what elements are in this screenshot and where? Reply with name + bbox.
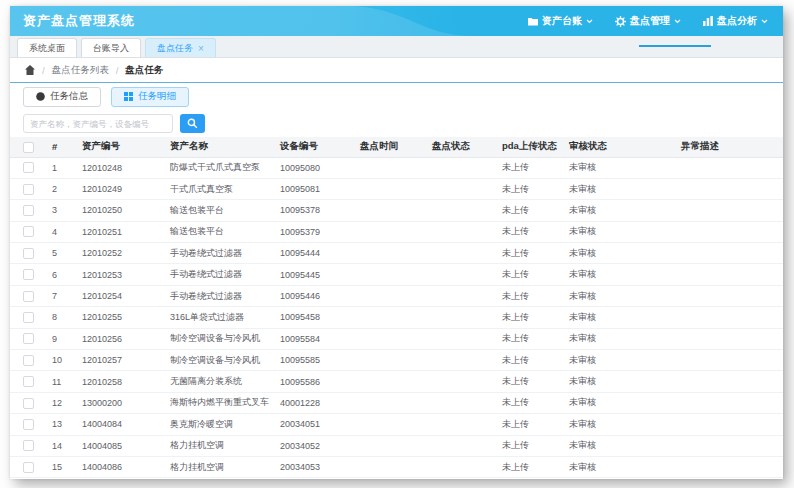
cell-device_no: 10095444	[274, 243, 354, 264]
row-checkbox[interactable]	[23, 184, 34, 195]
row-checkbox[interactable]	[23, 269, 34, 280]
table-row: 912010256制冷空调设备与冷风机10095584未上传未审核	[10, 328, 783, 349]
select-all-checkbox[interactable]	[23, 142, 34, 153]
cell-asset_no: 12010252	[76, 243, 164, 264]
col-exception-desc: 异常描述	[675, 137, 783, 157]
row-checkbox[interactable]	[23, 162, 34, 173]
search-button[interactable]	[180, 114, 205, 133]
cell-time	[354, 243, 426, 264]
table-row: 1213000200海斯特内燃平衡重式叉车40001228未上传未审核	[10, 392, 783, 413]
close-icon[interactable]: ×	[198, 44, 204, 53]
tab-label: 盘点任务	[157, 42, 193, 55]
table-row: 112010248防爆式干式爪式真空泵10095080未上传未审核	[10, 157, 783, 178]
row-checkbox[interactable]	[23, 312, 34, 323]
col-asset-name: 资产名称	[164, 137, 274, 157]
asset-table: # 资产编号 资产名称 设备编号 盘点时间 盘点状态 pda上传状态 审核状态 …	[10, 137, 783, 478]
cell-device_no: 10095445	[274, 264, 354, 285]
cell-status	[426, 435, 496, 456]
cell-time	[354, 285, 426, 306]
tab-system-desktop[interactable]: 系统桌面	[17, 38, 77, 57]
breadcrumb-task-list[interactable]: 盘点任务列表	[52, 64, 109, 77]
chevron-down-icon	[586, 19, 593, 24]
cell-pda: 未上传	[496, 178, 563, 199]
cell-desc	[675, 307, 783, 328]
cell-audit: 未审核	[563, 221, 675, 242]
cell-audit: 未审核	[563, 414, 675, 435]
row-checkbox[interactable]	[23, 355, 34, 366]
cell-idx: 14	[46, 435, 76, 456]
cell-device_no: 10095080	[274, 157, 354, 178]
row-checkbox[interactable]	[23, 205, 34, 216]
cell-pda: 未上传	[496, 307, 563, 328]
cell-device_no: 10095446	[274, 285, 354, 306]
table-row: 712010254手动卷绕式过滤器10095446未上传未审核	[10, 285, 783, 306]
row-checkbox[interactable]	[23, 419, 34, 430]
tab-label: 台账导入	[93, 42, 129, 55]
cell-asset_no: 13000200	[76, 392, 164, 413]
cell-asset_no: 12010256	[76, 328, 164, 349]
cell-device_no: 10095081	[274, 178, 354, 199]
tab-ledger-import[interactable]: 台账导入	[81, 38, 141, 57]
cell-time	[354, 264, 426, 285]
cell-pda: 未上传	[496, 392, 563, 413]
row-checkbox[interactable]	[23, 462, 34, 473]
cell-idx: 5	[46, 243, 76, 264]
row-checkbox[interactable]	[23, 440, 34, 451]
cell-audit: 未审核	[563, 392, 675, 413]
cell-idx: 15	[46, 456, 76, 477]
cell-time	[354, 221, 426, 242]
menu-item-asset-ledger[interactable]: 资产台账	[517, 6, 604, 36]
cell-time	[354, 157, 426, 178]
cell-audit: 未审核	[563, 307, 675, 328]
tab-task-detail[interactable]: 任务明细	[111, 87, 189, 107]
cell-time	[354, 414, 426, 435]
menu-item-inventory-management[interactable]: 盘点管理	[604, 6, 692, 36]
tab-inventory-task[interactable]: 盘点任务 ×	[145, 38, 216, 57]
cell-asset_no: 12010255	[76, 307, 164, 328]
col-asset-no: 资产编号	[76, 137, 164, 157]
table-row: 612010253手动卷绕式过滤器10095445未上传未审核	[10, 264, 783, 285]
cell-status	[426, 221, 496, 242]
cell-pda: 未上传	[496, 157, 563, 178]
breadcrumb-separator: /	[116, 65, 119, 76]
row-checkbox[interactable]	[23, 398, 34, 409]
breadcrumb-separator: /	[42, 65, 45, 76]
home-icon[interactable]	[25, 65, 35, 75]
cell-idx: 8	[46, 307, 76, 328]
cell-audit: 未审核	[563, 371, 675, 392]
row-checkbox[interactable]	[23, 291, 34, 302]
cell-status	[426, 307, 496, 328]
table-row: 512010252手动卷绕式过滤器10095444未上传未审核	[10, 243, 783, 264]
search-icon	[187, 118, 198, 129]
tab-label: 任务信息	[50, 90, 88, 103]
col-index: #	[46, 137, 76, 157]
menu-item-inventory-analysis[interactable]: 盘点分析	[692, 6, 779, 36]
row-checkbox[interactable]	[23, 226, 34, 237]
cell-asset_no: 12010257	[76, 350, 164, 371]
cell-status	[426, 264, 496, 285]
row-checkbox[interactable]	[23, 333, 34, 344]
grid-icon	[124, 92, 133, 101]
cell-desc	[675, 328, 783, 349]
cell-status	[426, 414, 496, 435]
row-checkbox[interactable]	[23, 248, 34, 259]
cell-device_no: 10095378	[274, 200, 354, 221]
cell-name: 防爆式干式爪式真空泵	[164, 157, 274, 178]
cell-asset_no: 12010249	[76, 178, 164, 199]
detail-tab-bar: 任务信息 任务明细	[10, 83, 783, 110]
search-input[interactable]	[23, 114, 173, 133]
header-menu: 资产台账 盘点管理	[517, 6, 783, 36]
cell-status	[426, 285, 496, 306]
cell-idx: 3	[46, 200, 76, 221]
row-checkbox[interactable]	[23, 376, 34, 387]
cell-pda: 未上传	[496, 435, 563, 456]
cell-audit: 未审核	[563, 243, 675, 264]
cell-device_no: 10095379	[274, 221, 354, 242]
tab-task-info[interactable]: 任务信息	[23, 87, 101, 107]
cell-audit: 未审核	[563, 178, 675, 199]
tab-label: 任务明细	[138, 90, 176, 103]
cell-audit: 未审核	[563, 200, 675, 221]
table-row: 412010251输送包装平台10095379未上传未审核	[10, 221, 783, 242]
cell-name: 316L单袋式过滤器	[164, 307, 274, 328]
search-bar	[10, 110, 783, 137]
